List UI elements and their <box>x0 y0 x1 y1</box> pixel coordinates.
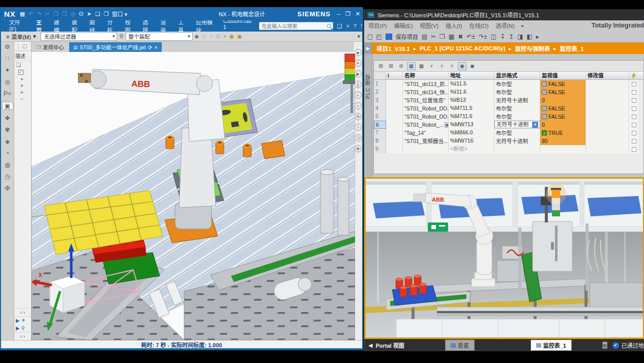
tag-name-cell[interactable]: "ST01_Robot_... <box>403 121 449 129</box>
toolbar-icon[interactable]: ▸ <box>536 33 539 40</box>
resource-bar-icon[interactable]: ✾ <box>2 126 13 133</box>
checkbox[interactable] <box>632 90 636 95</box>
navigator-pager[interactable]: ‹ › <box>14 308 31 316</box>
tag-name-cell[interactable]: "ST01_变频器当... <box>403 137 449 145</box>
modify-value-cell[interactable] <box>586 80 629 88</box>
table-row[interactable]: 6 "ST01_Robot_... %MW713 无符号十进制▼ 0 <box>374 121 643 129</box>
breadcrumb-item[interactable]: 项目1_V15.1 <box>376 44 420 52</box>
close-tab-icon[interactable]: × <box>155 44 158 50</box>
filter-pin-icon[interactable]: ⚲ <box>119 33 123 40</box>
menu-item[interactable]: 编辑(E) <box>394 21 413 30</box>
row-number[interactable]: 2 <box>374 88 386 96</box>
row-number[interactable]: 8 <box>374 137 386 145</box>
navigator-row[interactable]: ▶ ⚘ <box>14 317 31 324</box>
tag-name-cell[interactable]: "ST01_位置信息" <box>403 96 449 104</box>
title-right-icon[interactable]: ? <box>354 23 357 30</box>
watch-toolbar-icon[interactable]: ◉ <box>458 62 466 70</box>
reload-icon[interactable]: ⟳ <box>148 44 153 50</box>
resource-bar-icon[interactable]: ◍ <box>2 161 13 169</box>
tree-expander[interactable]: + <box>14 89 31 96</box>
resource-bar-icon[interactable]: ✦ <box>2 67 13 74</box>
toolbar-icon[interactable]: ↷± <box>479 33 487 40</box>
close-button[interactable]: ✕ <box>356 11 360 17</box>
breadcrumb-item[interactable]: 监控与强制表 <box>515 44 560 52</box>
modify-enable-cell[interactable] <box>629 137 638 145</box>
qat-icon[interactable]: ❐ <box>53 11 58 17</box>
tag-selector-icon[interactable] <box>445 122 449 128</box>
row-number[interactable]: 4 <box>374 104 386 113</box>
toolbar-icon[interactable]: ◧ <box>526 33 532 40</box>
root-checkbox[interactable] <box>18 70 23 75</box>
modify-value-cell[interactable] <box>586 137 629 145</box>
toolbar-icon[interactable]: ◇ <box>202 33 206 40</box>
checkbox[interactable] <box>632 106 636 111</box>
watch-toolbar-icon[interactable]: ⊞ <box>376 62 385 70</box>
ribbon-overflow-icon[interactable]: ▾ <box>357 33 360 40</box>
checkbox[interactable] <box>632 123 636 127</box>
col-format[interactable]: 显示格式 <box>494 72 540 79</box>
rail-icon[interactable]: » <box>355 102 362 109</box>
checkbox[interactable] <box>632 131 636 135</box>
resource-bar-icon[interactable]: ∷ <box>2 55 13 62</box>
address-cell[interactable]: %M711.5 <box>449 104 494 113</box>
rail-icon[interactable]: ✥ <box>355 145 362 152</box>
row-number[interactable]: 9 <box>374 145 386 153</box>
modify-enable-cell[interactable] <box>629 104 638 113</box>
watch-table-task-button[interactable]: 监控表_1 <box>531 340 572 351</box>
3d-viewport[interactable]: ABB <box>32 52 353 340</box>
toolbar-icon[interactable]: ◰ <box>376 33 382 40</box>
table-row[interactable]: 3 "ST01_位置信息" %IB13 无符号十进制▼ 0 <box>374 96 643 104</box>
modify-value-cell[interactable] <box>586 121 629 129</box>
menu-item[interactable]: 在线(O) <box>469 21 488 30</box>
tag-name-cell[interactable]: "ST01_Robot_DO... <box>403 113 449 121</box>
address-cell[interactable]: %M711.6 <box>449 113 494 121</box>
rail-icon[interactable]: ■ <box>355 49 362 56</box>
checkbox[interactable] <box>632 115 636 119</box>
tree-expander[interactable]: + <box>14 76 31 82</box>
plc-programming-side-tab[interactable]: PLC 编程 <box>364 54 372 177</box>
col-address[interactable]: 地址 <box>449 72 494 79</box>
maximize-button[interactable]: ❐ <box>345 11 350 17</box>
tag-name-cell[interactable]: "Tag_14" <box>403 129 449 137</box>
qat-icon[interactable]: ➤ <box>87 11 92 17</box>
resource-bar-icon[interactable]: ❖ <box>2 115 13 122</box>
modify-enable-cell[interactable] <box>629 145 638 153</box>
rail-icon[interactable]: ✶ <box>355 60 362 67</box>
checkbox[interactable] <box>632 98 636 103</box>
modify-value-cell[interactable] <box>586 88 629 96</box>
minimize-button[interactable]: – <box>337 11 340 17</box>
table-row[interactable]: 9 <新增> ▼ <box>374 145 643 153</box>
toolbar-icon[interactable]: ◉ <box>229 33 235 40</box>
address-cell[interactable]: <新增> <box>449 145 494 153</box>
toolbar-icon[interactable]: ○ <box>209 33 213 40</box>
address-cell[interactable]: %M866.0 <box>449 129 494 137</box>
breadcrumb-item[interactable]: 监控表_1 <box>560 44 583 52</box>
tab-discovery-center[interactable]: ❒ 发现中心 <box>33 42 68 52</box>
expand-tree-button[interactable]: ▶ <box>364 43 372 54</box>
modify-value-cell[interactable] <box>586 113 629 121</box>
watch-toolbar-icon[interactable]: ⊞ <box>387 62 395 70</box>
resource-bar-icon[interactable]: ◎ <box>2 78 13 86</box>
table-row[interactable]: 4 "ST01_Robot_DO... %M711.5 布尔型▼ FALSE <box>374 104 643 113</box>
navigator-header[interactable]: ⋮ ▢ <box>14 42 31 51</box>
row-number[interactable]: 3 <box>374 96 386 104</box>
rail-icon[interactable]: ⚙ <box>355 113 362 120</box>
menu-item[interactable]: 选项(N) <box>495 21 514 30</box>
qat-icon[interactable]: ❐ <box>104 11 109 17</box>
resource-bar-icon[interactable]: ▣ <box>2 102 13 110</box>
col-monitor-value[interactable]: 监视值 <box>540 72 586 79</box>
tag-name-cell[interactable] <box>403 145 449 153</box>
row-number[interactable]: 6 <box>374 121 386 129</box>
modify-value-cell[interactable] <box>586 104 629 113</box>
toolbar-icon[interactable]: ▢ <box>367 33 373 40</box>
menu-item[interactable]: 插入(I) <box>446 21 462 30</box>
qat-icon[interactable]: ▦ <box>20 11 25 17</box>
toolbar-icon[interactable]: ❐ <box>440 33 445 40</box>
table-row[interactable]: 7 "Tag_14" %M866.0 布尔型▼ TRUE <box>374 129 643 137</box>
watch-toolbar-icon[interactable]: ▦ <box>417 62 426 70</box>
col-modify-value[interactable]: 修改值 <box>586 72 629 79</box>
address-cell[interactable]: %MW716 <box>449 137 494 145</box>
checkbox[interactable] <box>632 139 636 144</box>
address-cell[interactable]: %IB13 <box>449 96 494 104</box>
save-project-label[interactable]: 保存项目 <box>396 33 418 41</box>
